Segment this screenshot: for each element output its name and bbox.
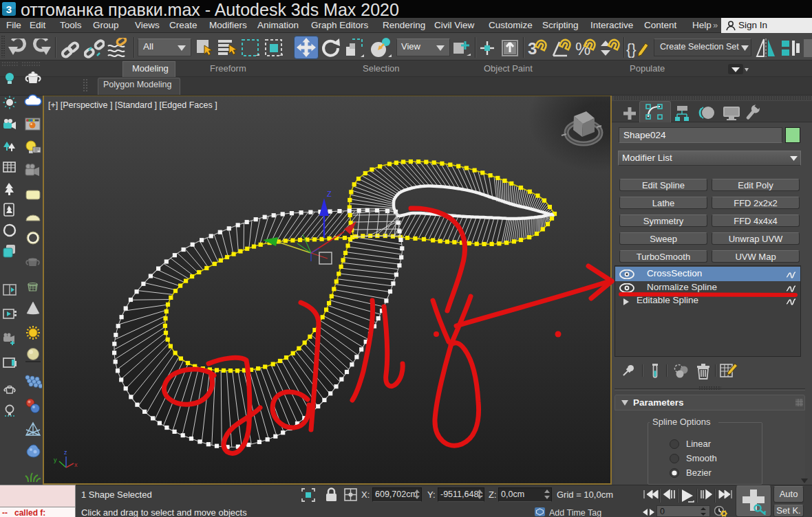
svg-text:3: 3 bbox=[528, 39, 537, 58]
svg-text:[+] [Perspective ] [Standard: [+] [Perspective ] [Standard ] [Edged Fa… bbox=[48, 100, 217, 110]
svg-text:3: 3 bbox=[6, 3, 12, 15]
svg-text:%: % bbox=[575, 39, 590, 58]
svg-text:z: z bbox=[64, 449, 67, 456]
svg-text:y: y bbox=[54, 456, 57, 463]
svg-text:x: x bbox=[74, 461, 78, 468]
svg-text:Z: Z bbox=[327, 190, 332, 198]
svg-text:{}: {} bbox=[626, 41, 637, 58]
